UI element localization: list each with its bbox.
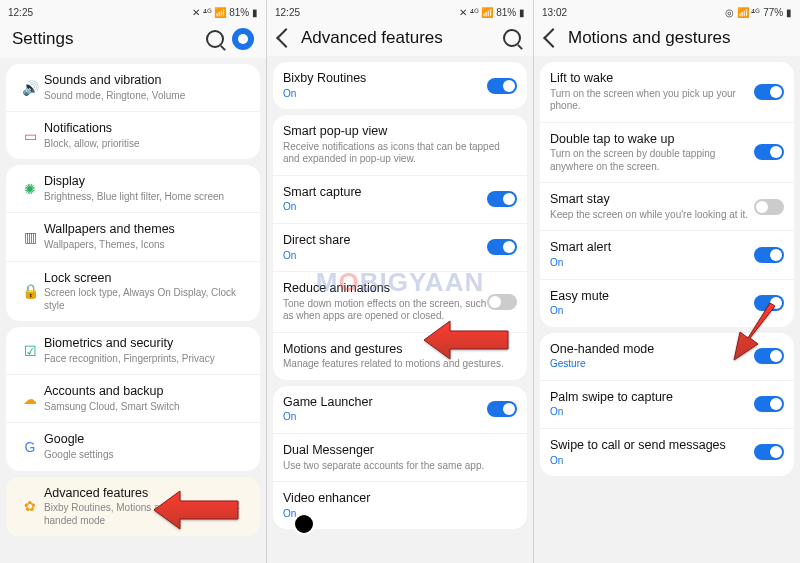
row-title: Double tap to wake up xyxy=(550,132,754,148)
settings-row-game-launcher[interactable]: Game LauncherOn xyxy=(273,386,527,433)
accounts-and-backup-icon: ☁ xyxy=(16,391,44,407)
row-title: Smart stay xyxy=(550,192,754,208)
settings-row-swipe-to-call-or-send-messages[interactable]: Swipe to call or send messagesOn xyxy=(540,428,794,476)
settings-row-google[interactable]: GGoogleGoogle settings xyxy=(6,422,260,470)
settings-row-direct-share[interactable]: Direct shareOn xyxy=(273,223,527,271)
settings-group: Smart pop-up viewReceive notifications a… xyxy=(273,115,527,380)
settings-row-smart-capture[interactable]: Smart captureOn xyxy=(273,175,527,223)
one-handed-mode-toggle[interactable] xyxy=(754,348,784,364)
row-title: Advanced features xyxy=(44,486,250,502)
chevron-left-icon xyxy=(276,28,296,48)
settings-row-lift-to-wake[interactable]: Lift to wakeTurn on the screen when you … xyxy=(540,62,794,122)
settings-row-palm-swipe-to-capture[interactable]: Palm swipe to captureOn xyxy=(540,380,794,428)
bixby-routines-toggle[interactable] xyxy=(487,78,517,94)
status-time: 13:02 xyxy=(542,7,567,18)
row-title: Smart capture xyxy=(283,185,487,201)
settings-row-easy-mute[interactable]: Easy muteOn xyxy=(540,279,794,327)
settings-row-reduce-animations[interactable]: Reduce animationsTone down motion effect… xyxy=(273,271,527,332)
row-subtitle: On xyxy=(283,88,487,101)
row-subtitle: Turn on the screen when you pick up your… xyxy=(550,88,754,113)
row-title: Smart alert xyxy=(550,240,754,256)
search-button[interactable] xyxy=(503,29,521,47)
smart-capture-toggle[interactable] xyxy=(487,191,517,207)
row-subtitle: Use two separate accounts for the same a… xyxy=(283,460,517,473)
row-text: Biometrics and securityFace recognition,… xyxy=(44,336,250,365)
settings-group: 🔊Sounds and vibrationSound mode, Rington… xyxy=(6,64,260,159)
settings-row-double-tap-to-wake-up[interactable]: Double tap to wake upTurn on the screen … xyxy=(540,122,794,183)
display-icon: ✺ xyxy=(16,181,44,197)
row-subtitle: Receive notifications as icons that can … xyxy=(283,141,517,166)
row-title: Sounds and vibration xyxy=(44,73,250,89)
settings-row-bixby-routines[interactable]: Bixby RoutinesOn xyxy=(273,62,527,109)
swipe-to-call-or-send-messages-toggle[interactable] xyxy=(754,444,784,460)
lift-to-wake-toggle[interactable] xyxy=(754,84,784,100)
smart-stay-toggle[interactable] xyxy=(754,199,784,215)
reduce-animations-toggle[interactable] xyxy=(487,294,517,310)
row-text: Accounts and backupSamsung Cloud, Smart … xyxy=(44,384,250,413)
row-subtitle: On xyxy=(550,257,754,270)
back-button[interactable] xyxy=(546,31,560,45)
settings-row-sounds-and-vibration[interactable]: 🔊Sounds and vibrationSound mode, Rington… xyxy=(6,64,260,111)
content-scroll[interactable]: Bixby RoutinesOnSmart pop-up viewReceive… xyxy=(267,56,533,563)
page-header: Motions and gestures xyxy=(534,22,800,56)
search-icon xyxy=(206,30,224,48)
settings-row-wallpapers-and-themes[interactable]: ▥Wallpapers and themesWallpapers, Themes… xyxy=(6,212,260,260)
content-scroll[interactable]: Lift to wakeTurn on the screen when you … xyxy=(534,56,800,563)
row-subtitle: Keep the screen on while you're looking … xyxy=(550,209,754,222)
game-launcher-toggle[interactable] xyxy=(487,401,517,417)
row-text: Sounds and vibrationSound mode, Ringtone… xyxy=(44,73,250,102)
settings-row-accounts-and-backup[interactable]: ☁Accounts and backupSamsung Cloud, Smart… xyxy=(6,374,260,422)
settings-row-smart-stay[interactable]: Smart stayKeep the screen on while you'r… xyxy=(540,182,794,230)
content-scroll[interactable]: 🔊Sounds and vibrationSound mode, Rington… xyxy=(0,58,266,563)
settings-row-smart-alert[interactable]: Smart alertOn xyxy=(540,230,794,278)
profile-avatar[interactable] xyxy=(232,28,254,50)
row-subtitle: Manage features related to motions and g… xyxy=(283,358,517,371)
smart-alert-toggle[interactable] xyxy=(754,247,784,263)
row-title: Motions and gestures xyxy=(283,342,517,358)
settings-row-display[interactable]: ✺DisplayBrightness, Blue light filter, H… xyxy=(6,165,260,212)
page-header: Advanced features xyxy=(267,22,533,56)
settings-row-one-handed-mode[interactable]: One-handed modeGesture xyxy=(540,333,794,380)
row-title: One-handed mode xyxy=(550,342,754,358)
status-bar: 13:02◎ 📶 ⁴ᴳ 77% ▮ xyxy=(534,0,800,22)
settings-row-smart-pop-up-view[interactable]: Smart pop-up viewReceive notifications a… xyxy=(273,115,527,175)
row-subtitle: Brightness, Blue light filter, Home scre… xyxy=(44,191,250,204)
row-text: Smart captureOn xyxy=(283,185,487,214)
row-title: Lift to wake xyxy=(550,71,754,87)
row-subtitle: On xyxy=(283,250,487,263)
status-bar: 12:25✕ ⁴ᴳ 📶 81% ▮ xyxy=(267,0,533,22)
phone-screen-1: 12:25✕ ⁴ᴳ 📶 81% ▮Advanced featuresBixby … xyxy=(266,0,533,563)
settings-group: ✺DisplayBrightness, Blue light filter, H… xyxy=(6,165,260,321)
row-subtitle: On xyxy=(283,411,487,424)
settings-row-motions-and-gestures[interactable]: Motions and gesturesManage features rela… xyxy=(273,332,527,380)
direct-share-toggle[interactable] xyxy=(487,239,517,255)
row-title: Biometrics and security xyxy=(44,336,250,352)
search-button[interactable] xyxy=(206,30,224,48)
row-text: Lift to wakeTurn on the screen when you … xyxy=(550,71,754,113)
settings-row-advanced-features[interactable]: ✿Advanced featuresBixby Routines, Motion… xyxy=(6,477,260,537)
settings-row-notifications[interactable]: ▭NotificationsBlock, allow, prioritise xyxy=(6,111,260,159)
easy-mute-toggle[interactable] xyxy=(754,295,784,311)
row-subtitle: Samsung Cloud, Smart Switch xyxy=(44,401,250,414)
settings-row-lock-screen[interactable]: 🔒Lock screenScreen lock type, Always On … xyxy=(6,261,260,322)
row-text: Reduce animationsTone down motion effect… xyxy=(283,281,487,323)
row-title: Google xyxy=(44,432,250,448)
row-text: Smart pop-up viewReceive notifications a… xyxy=(283,124,517,166)
row-subtitle: Screen lock type, Always On Display, Clo… xyxy=(44,287,250,312)
palm-swipe-to-capture-toggle[interactable] xyxy=(754,396,784,412)
row-title: Wallpapers and themes xyxy=(44,222,250,238)
back-button[interactable] xyxy=(279,31,293,45)
row-text: Direct shareOn xyxy=(283,233,487,262)
settings-row-dual-messenger[interactable]: Dual MessengerUse two separate accounts … xyxy=(273,433,527,481)
row-text: Advanced featuresBixby Routines, Motions… xyxy=(44,486,250,528)
settings-group: One-handed modeGesturePalm swipe to capt… xyxy=(540,333,794,476)
row-title: Game Launcher xyxy=(283,395,487,411)
settings-row-biometrics-and-security[interactable]: ☑Biometrics and securityFace recognition… xyxy=(6,327,260,374)
row-title: Bixby Routines xyxy=(283,71,487,87)
biometrics-and-security-icon: ☑ xyxy=(16,343,44,359)
status-icons: ✕ ⁴ᴳ 📶 81% ▮ xyxy=(192,7,258,18)
row-title: Smart pop-up view xyxy=(283,124,517,140)
wallpapers-and-themes-icon: ▥ xyxy=(16,229,44,245)
double-tap-to-wake-up-toggle[interactable] xyxy=(754,144,784,160)
status-time: 12:25 xyxy=(275,7,300,18)
